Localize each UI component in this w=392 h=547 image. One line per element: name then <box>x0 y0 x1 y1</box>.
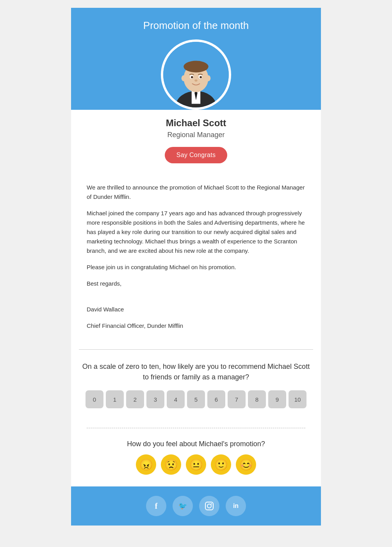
emoji-button-3[interactable]: 🙂 <box>211 454 231 475</box>
emoji-button-1[interactable]: 😟 <box>161 454 181 475</box>
header-section: Promotion of the month <box>71 8 321 110</box>
body-paragraph-1: We are thrilled to announce the promotio… <box>87 183 305 202</box>
svg-point-13 <box>206 75 210 81</box>
facebook-button[interactable]: f <box>146 496 166 516</box>
emoji-question: How do you feel about Michael's promotio… <box>79 440 313 448</box>
svg-point-10 <box>200 76 202 79</box>
body-paragraph-2: Michael joined the company 17 years ago … <box>87 209 305 256</box>
emoji-row: 😠😟😐🙂😊 <box>79 454 313 475</box>
person-name: Michael Scott <box>87 118 305 129</box>
emoji-button-4[interactable]: 😊 <box>236 454 256 475</box>
nps-button-8[interactable]: 8 <box>248 390 266 408</box>
emoji-button-2[interactable]: 😐 <box>186 454 206 475</box>
nps-button-10[interactable]: 10 <box>289 390 306 408</box>
avatar <box>161 39 231 110</box>
header-title: Promotion of the month <box>79 20 313 32</box>
svg-point-6 <box>184 61 208 73</box>
svg-point-9 <box>191 76 193 79</box>
sender-title: Chief Financial Officer, Dunder Mifflin <box>87 321 305 331</box>
body-paragraph-3: Please join us in congratulating Michael… <box>87 263 305 272</box>
nps-button-9[interactable]: 9 <box>268 390 286 408</box>
say-congrats-button[interactable]: Say Congrats <box>165 147 228 163</box>
nps-button-6[interactable]: 6 <box>207 390 225 408</box>
sender-name: David Wallace <box>87 305 305 314</box>
nps-button-5[interactable]: 5 <box>187 390 205 408</box>
nps-question: On a scale of zero to ten, how likely ar… <box>79 361 313 383</box>
dashed-divider <box>87 428 305 428</box>
email-wrapper: Promotion of the month <box>71 8 321 526</box>
nps-button-4[interactable]: 4 <box>167 390 185 408</box>
nps-scale: 012345678910 <box>79 390 313 408</box>
nps-button-2[interactable]: 2 <box>126 390 144 408</box>
nps-button-0[interactable]: 0 <box>86 390 103 408</box>
nps-button-1[interactable]: 1 <box>106 390 124 408</box>
instagram-button[interactable] <box>199 496 219 516</box>
body-closing: Best regards, <box>87 279 305 288</box>
social-footer: f 🐦 in <box>71 486 321 526</box>
emoji-button-0[interactable]: 😠 <box>136 454 156 475</box>
svg-point-11 <box>194 79 197 82</box>
nps-button-3[interactable]: 3 <box>146 390 164 408</box>
svg-rect-14 <box>205 502 213 510</box>
person-role: Regional Manager <box>87 131 305 139</box>
nps-button-7[interactable]: 7 <box>228 390 246 408</box>
nps-section: On a scale of zero to ten, how likely ar… <box>71 350 321 424</box>
svg-point-15 <box>207 504 211 508</box>
svg-point-12 <box>182 75 186 81</box>
emoji-section: How do you feel about Michael's promotio… <box>71 432 321 486</box>
body-content: We are thrilled to announce the promotio… <box>71 175 321 349</box>
svg-point-16 <box>211 503 212 504</box>
twitter-button[interactable]: 🐦 <box>173 496 193 516</box>
linkedin-button[interactable]: in <box>226 496 246 516</box>
profile-section: Michael Scott Regional Manager Say Congr… <box>71 110 321 175</box>
